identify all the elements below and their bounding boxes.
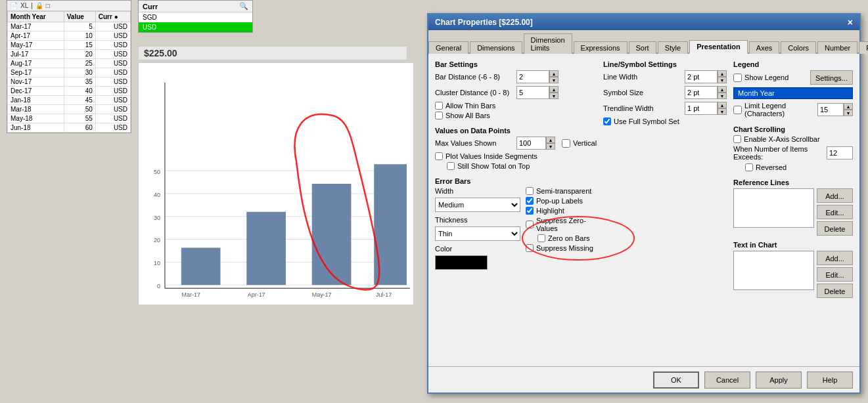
- price-display: $225.00: [138, 46, 407, 60]
- symbol-size-input[interactable]: [685, 86, 718, 99]
- reversed-checkbox[interactable]: [745, 163, 753, 171]
- trendline-up[interactable]: ▲: [718, 102, 727, 108]
- currency-item[interactable]: USD: [139, 22, 252, 32]
- reference-edit-button[interactable]: Edit...: [817, 205, 853, 219]
- symbol-size-up[interactable]: ▲: [718, 86, 727, 93]
- cell-value: 45: [64, 96, 95, 105]
- text-edit-button[interactable]: Edit...: [817, 267, 853, 282]
- legend-selected-item[interactable]: Month Year: [733, 87, 853, 99]
- tab-axes[interactable]: Axes: [749, 41, 779, 54]
- cell-month: Jan-18: [8, 96, 64, 105]
- cluster-distance-input[interactable]: [516, 86, 549, 99]
- limit-legend-input[interactable]: [817, 103, 844, 116]
- allow-thin-bars-checkbox[interactable]: [435, 102, 443, 110]
- table-row: Nov-17 35 USD: [8, 77, 131, 87]
- limit-legend-up[interactable]: ▲: [844, 103, 853, 110]
- limit-legend-spinner: ▲ ▼: [844, 103, 853, 116]
- plot-values-inside-checkbox[interactable]: [435, 152, 443, 160]
- tab-dimensions[interactable]: Dimensions: [470, 41, 522, 54]
- tab-general[interactable]: General: [428, 41, 468, 54]
- line-width-down[interactable]: ▼: [718, 77, 727, 83]
- suppress-zero-checkbox[interactable]: [526, 221, 534, 228]
- thickness-select[interactable]: Thin Medium Thick: [435, 226, 520, 241]
- trendline-width-label: Trendline Width: [603, 104, 682, 112]
- width-label: Width: [435, 187, 514, 195]
- show-legend-label: Show Legend: [744, 74, 788, 81]
- cancel-button[interactable]: Cancel: [704, 371, 750, 389]
- text-delete-button[interactable]: Delete: [817, 284, 853, 298]
- limit-legend-label: Limit Legend (Characters): [744, 102, 815, 117]
- still-show-total-checkbox[interactable]: [447, 162, 455, 170]
- tab-sort[interactable]: Sort: [629, 41, 656, 54]
- use-full-symbol-checkbox[interactable]: [603, 117, 611, 125]
- trendline-down[interactable]: ▼: [718, 108, 727, 115]
- bar-distance-down[interactable]: ▼: [549, 77, 559, 83]
- reference-delete-button[interactable]: Delete: [817, 221, 853, 236]
- help-button[interactable]: Help: [807, 371, 853, 389]
- tab-font[interactable]: Font: [859, 41, 868, 54]
- allow-thin-bars-row: Allow Thin Bars: [435, 102, 597, 110]
- apply-button[interactable]: Apply: [756, 371, 802, 389]
- bar-distance-input[interactable]: [516, 70, 549, 83]
- col-header-value: Value: [64, 12, 95, 22]
- when-number-input[interactable]: [827, 146, 853, 159]
- plot-values-inside-row: Plot Values Inside Segments: [435, 152, 597, 160]
- show-legend-checkbox[interactable]: [733, 74, 742, 82]
- semi-transparent-checkbox[interactable]: [526, 187, 534, 195]
- tab-expressions[interactable]: Expressions: [574, 41, 628, 54]
- line-width-up[interactable]: ▲: [718, 70, 727, 77]
- error-bars-right: Semi-transparent Pop-up Labels Highlight: [526, 187, 597, 270]
- tab-dimension-limits[interactable]: Dimension Limits: [524, 33, 572, 54]
- chart-svg: 0 10 20 30 40 50 Mar-17: [139, 63, 413, 305]
- symbol-size-input-group: ▲ ▼: [685, 86, 727, 99]
- tab-colors[interactable]: Colors: [781, 41, 816, 54]
- limit-legend-checkbox[interactable]: [733, 106, 742, 114]
- show-all-bars-checkbox[interactable]: [435, 112, 443, 119]
- zero-on-bars-checkbox[interactable]: [537, 234, 545, 242]
- reference-add-button[interactable]: Add...: [817, 188, 853, 203]
- suppress-missing-checkbox[interactable]: [526, 244, 534, 252]
- error-bars-label: Error Bars: [435, 177, 597, 185]
- line-width-input[interactable]: [685, 70, 718, 83]
- currency-item[interactable]: SGD: [139, 12, 252, 22]
- table-row: May-18 55 USD: [8, 114, 131, 123]
- tab-style[interactable]: Style: [658, 41, 688, 54]
- max-values-spinner: ▲ ▼: [546, 137, 555, 150]
- thickness-row: Thickness: [435, 216, 520, 224]
- enable-scrollbar-checkbox[interactable]: [733, 135, 741, 143]
- max-values-up[interactable]: ▲: [546, 137, 555, 143]
- settings-button[interactable]: Settings...: [810, 70, 853, 85]
- text-add-button[interactable]: Add...: [817, 251, 853, 265]
- svg-text:20: 20: [154, 238, 160, 244]
- cluster-up[interactable]: ▲: [549, 86, 559, 93]
- svg-text:40: 40: [154, 192, 160, 198]
- cell-month: Nov-17: [8, 77, 64, 87]
- reversed-label: Reversed: [756, 163, 787, 171]
- lock-icon: 🔒: [35, 2, 43, 9]
- limit-legend-down[interactable]: ▼: [844, 110, 853, 116]
- cluster-down[interactable]: ▼: [549, 93, 559, 99]
- symbol-size-down[interactable]: ▼: [718, 93, 727, 99]
- width-select[interactable]: Thin Medium Thick: [435, 198, 520, 212]
- enable-scrollbar-label: Enable X-Axis Scrollbar: [744, 135, 820, 143]
- highlight-checkbox[interactable]: [526, 207, 534, 215]
- popup-labels-checkbox[interactable]: [526, 197, 534, 205]
- dialog-title-bar: Chart Properties [$225.00] ×: [428, 14, 859, 30]
- bar-distance-up[interactable]: ▲: [549, 70, 559, 77]
- close-button[interactable]: ×: [848, 18, 853, 27]
- max-values-down[interactable]: ▼: [546, 143, 555, 150]
- ok-button[interactable]: OK: [653, 371, 699, 389]
- cell-curr: USD: [95, 87, 130, 96]
- chart-properties-dialog: Chart Properties [$225.00] × General Dim…: [427, 13, 861, 394]
- tab-number[interactable]: Number: [817, 41, 857, 54]
- search-icon[interactable]: 🔍: [239, 2, 248, 11]
- color-swatch[interactable]: [435, 255, 488, 270]
- trendline-width-input[interactable]: [685, 102, 718, 115]
- vertical-checkbox[interactable]: [562, 139, 570, 148]
- reversed-row: Reversed: [733, 163, 853, 171]
- max-values-input[interactable]: [516, 137, 546, 150]
- trendline-width-row: Trendline Width ▲ ▼: [603, 102, 727, 115]
- svg-text:0: 0: [157, 283, 160, 289]
- tab-presentation[interactable]: Presentation: [689, 40, 748, 54]
- show-all-bars-label: Show All Bars: [445, 112, 490, 119]
